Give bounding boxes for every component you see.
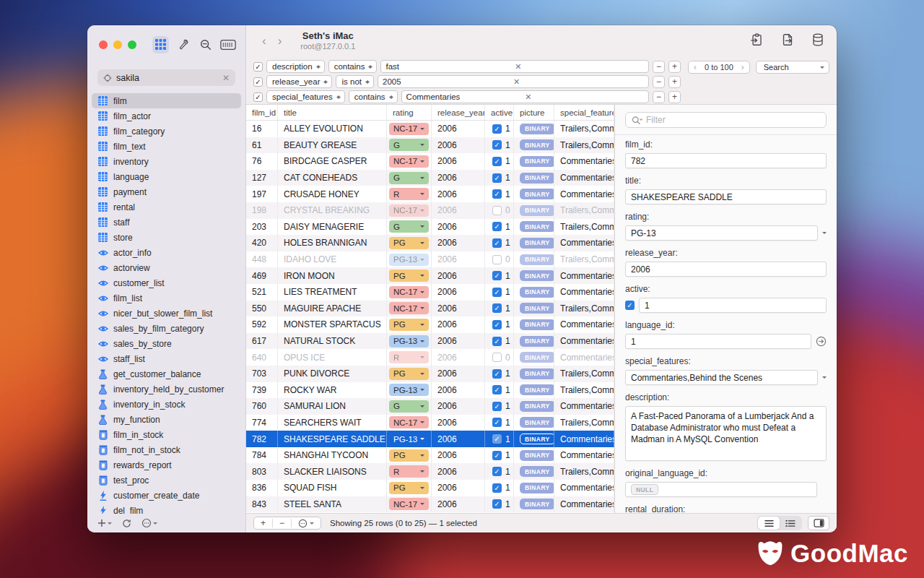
field-input[interactable]: NULL — [625, 482, 817, 497]
cell-picture[interactable]: BINARY — [514, 480, 554, 496]
cell-release-year[interactable]: 2006 — [432, 316, 485, 333]
cell-active[interactable]: 0 — [485, 251, 514, 268]
cell-rating[interactable]: NC-17 — [387, 496, 432, 513]
cell-special-features[interactable]: Commentaries — [554, 431, 614, 447]
more-options-button[interactable] — [141, 518, 157, 528]
cell-rating[interactable]: PG — [387, 480, 432, 496]
rating-badge[interactable]: PG — [389, 237, 429, 249]
cell-title[interactable]: SAMURAI LION — [278, 398, 387, 415]
rating-badge[interactable]: G — [389, 172, 429, 184]
cell-film-id[interactable]: 16 — [246, 121, 278, 137]
cell-active[interactable]: ✓1 — [485, 267, 514, 284]
sidebar-item-actor_info[interactable]: actor_info — [92, 245, 241, 260]
cell-special-features[interactable]: Trailers,Comm… — [554, 382, 614, 399]
cell-active[interactable]: ✓1 — [485, 121, 514, 137]
table-row[interactable]: 836SQUAD FISHPG2006✓1BINARYCommentaries — [246, 480, 614, 496]
cell-picture[interactable]: BINARY — [514, 235, 554, 251]
cell-special-features[interactable]: Trailers,Comm… — [554, 137, 614, 154]
cell-title[interactable]: OPUS ICE — [278, 349, 387, 366]
cell-film-id[interactable]: 617 — [246, 333, 278, 350]
cell-picture[interactable]: BINARY — [514, 137, 554, 154]
sidebar-item-film_in_stock[interactable]: film_in_stock — [92, 427, 241, 442]
sidebar-item-customer_list[interactable]: customer_list — [92, 275, 241, 290]
cell-film-id[interactable]: 76 — [246, 153, 278, 170]
table-row[interactable]: 784SHANGHAI TYCOONPG2006✓1BINARYCommenta… — [246, 447, 614, 464]
cell-rating[interactable]: NC-17 — [387, 153, 432, 170]
cell-special-features[interactable]: Trailers,Comm… — [554, 463, 614, 480]
sidebar-item-nicer_but_slower_film_list[interactable]: nicer_but_slower_film_list — [92, 306, 241, 321]
cell-film-id[interactable]: 198 — [246, 202, 278, 219]
active-checkbox[interactable]: ✓ — [492, 271, 502, 280]
field-input[interactable]: 1 — [625, 334, 811, 349]
cell-film-id[interactable]: 843 — [246, 496, 278, 513]
cell-picture[interactable]: BINARY — [514, 496, 554, 513]
sidebar-item-customer_create_date[interactable]: customer_create_date — [92, 488, 241, 503]
cell-active[interactable]: ✓1 — [485, 235, 514, 251]
add-filter-button[interactable]: + — [668, 76, 681, 88]
cell-picture[interactable]: BINARY — [514, 284, 554, 301]
table-row[interactable]: 760SAMURAI LIONG2006✓1BINARYCommentaries — [246, 398, 614, 415]
database-search-input[interactable]: sakila ✕ — [97, 69, 235, 86]
cell-film-id[interactable]: 203 — [246, 219, 278, 236]
cell-title[interactable]: SHAKESPEARE SADDLE — [278, 431, 387, 447]
sidebar-item-my_function[interactable]: my_function — [92, 412, 241, 427]
cell-picture[interactable]: BINARY — [514, 415, 554, 431]
cell-film-id[interactable]: 61 — [246, 137, 278, 154]
binary-badge[interactable]: BINARY — [520, 466, 554, 477]
binary-badge[interactable]: BINARY — [520, 499, 554, 509]
rating-badge[interactable]: R — [389, 188, 429, 200]
rating-badge[interactable]: PG — [389, 269, 429, 282]
active-checkbox[interactable]: ✓ — [492, 483, 502, 493]
cell-active[interactable]: ✓1 — [485, 333, 514, 350]
rating-badge[interactable]: NC-17 — [389, 302, 429, 314]
sidebar-item-inventory[interactable]: inventory — [92, 154, 241, 169]
cell-title[interactable]: ROCKY WAR — [278, 382, 387, 399]
binary-badge[interactable]: BINARY — [520, 221, 554, 232]
cell-title[interactable]: DAISY MENAGERIE — [278, 219, 387, 236]
sidebar-item-sales_by_store[interactable]: sales_by_store — [92, 336, 241, 351]
cell-film-id[interactable]: 592 — [246, 316, 278, 333]
binary-badge[interactable]: BINARY — [520, 205, 554, 216]
field-select[interactable]: Commentaries,Behind the Scenes — [625, 370, 818, 385]
binary-badge[interactable]: BINARY — [520, 139, 554, 150]
filter-enabled-checkbox[interactable]: ✓ — [253, 92, 263, 102]
cell-release-year[interactable]: 2006 — [432, 415, 485, 431]
cell-picture[interactable]: BINARY — [514, 267, 554, 284]
sidebar-item-store[interactable]: store — [92, 230, 241, 245]
cell-title[interactable]: SLACKER LIAISONS — [278, 463, 387, 480]
cell-active[interactable]: ✓1 — [485, 316, 514, 333]
filter-enabled-checkbox[interactable]: ✓ — [253, 62, 263, 72]
field-input[interactable]: 782 — [625, 153, 827, 168]
cell-active[interactable]: ✓1 — [485, 186, 514, 202]
cell-active[interactable]: ✓1 — [485, 496, 514, 513]
cell-release-year[interactable]: 2006 — [432, 121, 485, 137]
cell-rating[interactable]: PG-13 — [387, 382, 432, 399]
cell-release-year[interactable]: 2006 — [432, 170, 485, 186]
cell-special-features[interactable]: Commentaries — [554, 170, 614, 186]
rating-badge[interactable]: R — [389, 465, 429, 478]
sidebar-item-del_film[interactable]: del_film — [92, 503, 241, 514]
structure-view-icon[interactable] — [780, 517, 801, 530]
cell-title[interactable]: PUNK DIVORCE — [278, 366, 387, 382]
minimize-window-button[interactable] — [113, 40, 122, 49]
active-checkbox[interactable] — [492, 353, 502, 362]
cell-active[interactable]: ✓1 — [485, 415, 514, 431]
binary-badge[interactable]: BINARY — [520, 417, 554, 428]
binary-badge[interactable]: BINARY — [520, 287, 554, 298]
active-checkbox[interactable] — [492, 206, 502, 215]
sidebar-item-film_actor[interactable]: film_actor — [92, 108, 241, 124]
sidebar-item-sales_by_film_category[interactable]: sales_by_film_category — [92, 321, 241, 336]
cell-special-features[interactable]: Commentaries — [554, 333, 614, 350]
cell-release-year[interactable]: 2006 — [432, 219, 485, 236]
active-checkbox[interactable]: ✓ — [492, 499, 502, 509]
cell-title[interactable]: BIRDCAGE CASPER — [278, 153, 387, 170]
filter-value-input[interactable]: Commentaries✕ — [401, 90, 649, 103]
cell-release-year[interactable]: 2006 — [432, 398, 485, 415]
binary-badge[interactable]: BINARY — [520, 156, 554, 167]
cell-rating[interactable]: R — [387, 463, 432, 480]
next-page-icon[interactable]: › — [736, 62, 749, 72]
cell-rating[interactable]: PG — [387, 366, 432, 382]
active-checkbox[interactable]: ✓ — [492, 157, 502, 166]
cell-film-id[interactable]: 127 — [246, 170, 278, 186]
cell-title[interactable]: IRON MOON — [278, 267, 387, 284]
